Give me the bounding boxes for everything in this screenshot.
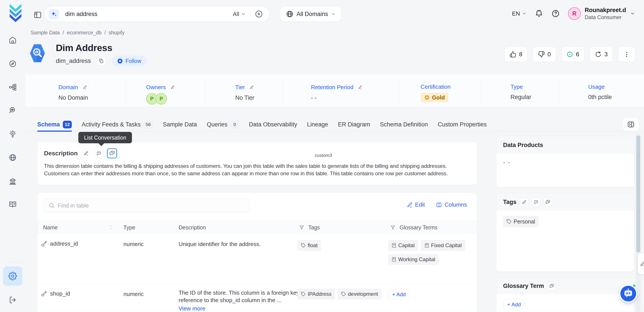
glossary-book-icon bbox=[392, 243, 396, 248]
magnifier-eye-icon[interactable] bbox=[8, 106, 17, 114]
columns-icon bbox=[436, 202, 442, 208]
sort-icon[interactable] bbox=[108, 221, 114, 234]
columns-button[interactable]: Columns bbox=[436, 201, 467, 208]
user-name: Rounakpreet.d bbox=[585, 7, 626, 14]
tags-card: Tags Personal bbox=[496, 193, 634, 272]
find-in-table-input[interactable] bbox=[58, 202, 245, 209]
list-conversation-icon[interactable] bbox=[107, 148, 117, 159]
tab-bar: Schema12 Activity Feeds & Tasks56 Sample… bbox=[25, 117, 644, 132]
atlan-logo-icon[interactable] bbox=[8, 4, 23, 23]
column-name-cell[interactable]: address_id bbox=[41, 240, 78, 247]
freshness-button[interactable]: 6 bbox=[562, 47, 584, 62]
tab-er-diagram[interactable]: ER Diagram bbox=[338, 117, 370, 132]
tab-custom-properties[interactable]: Custom Properties bbox=[438, 117, 487, 132]
description-heading: Description bbox=[44, 150, 78, 157]
all-domains-button[interactable]: All Domains bbox=[280, 6, 341, 22]
sidebar-toggle-icon[interactable] bbox=[33, 10, 42, 20]
owner-avatar[interactable]: P bbox=[156, 93, 167, 104]
glossary-book-icon bbox=[392, 257, 396, 262]
star-badge-icon bbox=[117, 58, 123, 64]
settings-gear-icon[interactable] bbox=[3, 266, 22, 286]
global-search[interactable]: All bbox=[44, 6, 269, 22]
comment-question-icon[interactable] bbox=[532, 198, 540, 206]
tooltip-text: List Conversation bbox=[84, 134, 126, 141]
col-header-description: Description bbox=[178, 221, 206, 234]
meta-value: - - bbox=[311, 94, 399, 101]
global-search-input[interactable] bbox=[65, 11, 233, 18]
tag-pill: Personal bbox=[503, 216, 539, 227]
filter-funnel-icon[interactable] bbox=[299, 221, 304, 234]
tab-schema-definition[interactable]: Schema Definition bbox=[380, 117, 428, 132]
user-menu[interactable]: R Rounakpreet.d Data Consumer bbox=[568, 7, 635, 21]
book-open-icon[interactable] bbox=[8, 200, 17, 209]
comment-question-icon[interactable] bbox=[94, 149, 103, 158]
scrollbar-thumb[interactable] bbox=[636, 135, 640, 252]
conversations-icon[interactable] bbox=[548, 282, 556, 290]
col-header-tags: Tags bbox=[308, 221, 320, 234]
chevron-down-icon bbox=[630, 11, 635, 16]
refresh-count: 3 bbox=[604, 51, 608, 58]
view-more-link[interactable]: View more bbox=[178, 305, 205, 312]
collapse-panel-icon[interactable] bbox=[623, 118, 639, 131]
workflow-icon[interactable] bbox=[8, 83, 17, 91]
breadcrumb: Sample Data / ecommerce_db / shopify bbox=[31, 30, 124, 36]
pencil-icon[interactable] bbox=[356, 83, 364, 91]
tab-lineage[interactable]: Lineage bbox=[307, 117, 328, 132]
description-text: This dimension table contains the billin… bbox=[44, 162, 468, 177]
find-in-table[interactable] bbox=[44, 199, 250, 212]
help-icon[interactable] bbox=[552, 10, 560, 18]
breadcrumb-item[interactable]: ecommerce_db bbox=[67, 30, 102, 36]
search-icon bbox=[48, 202, 55, 209]
home-icon[interactable] bbox=[8, 36, 17, 44]
add-glossary-term-button[interactable]: + Add bbox=[388, 289, 410, 300]
tab-schema[interactable]: Schema12 bbox=[37, 117, 72, 132]
upvote-button[interactable]: 8 bbox=[504, 47, 527, 62]
logout-icon[interactable] bbox=[8, 296, 17, 304]
conversations-icon[interactable] bbox=[544, 198, 552, 206]
search-scope-dropdown[interactable]: All bbox=[233, 11, 246, 18]
pencil-icon[interactable] bbox=[81, 83, 88, 91]
tag-pill: IPAddress bbox=[298, 288, 335, 299]
bank-icon[interactable] bbox=[8, 177, 17, 186]
globe-nav-icon[interactable] bbox=[8, 153, 17, 162]
copy-icon[interactable] bbox=[97, 57, 106, 65]
refresh-icon bbox=[595, 51, 602, 58]
filter-funnel-icon[interactable] bbox=[390, 221, 396, 234]
edit-button[interactable]: Edit bbox=[407, 201, 425, 208]
pencil-icon[interactable] bbox=[82, 149, 90, 158]
pencil-icon[interactable] bbox=[169, 83, 176, 91]
columns-table-card: Edit Columns Name Type Description Tags … bbox=[37, 192, 477, 312]
breadcrumb-item[interactable]: Sample Data bbox=[31, 30, 60, 36]
add-glossary-term-button[interactable]: + Add bbox=[503, 299, 525, 310]
bell-icon[interactable] bbox=[535, 10, 543, 18]
col-header-glossary: Glossary Terms bbox=[400, 221, 438, 234]
downvote-button[interactable]: 0 bbox=[533, 47, 556, 62]
more-actions-button[interactable] bbox=[618, 47, 635, 62]
lightbulb-icon[interactable] bbox=[8, 130, 17, 138]
medal-icon bbox=[424, 95, 430, 100]
pencil-icon[interactable] bbox=[520, 198, 528, 206]
breadcrumb-item[interactable]: shopify bbox=[108, 30, 124, 36]
table-header: Name Type Description Tags Glossary Term… bbox=[38, 221, 477, 234]
pencil-icon[interactable] bbox=[248, 83, 255, 91]
chevron-down-icon bbox=[241, 12, 246, 17]
tab-queries[interactable]: Queries0 bbox=[207, 117, 239, 132]
table-row: address_id numeric Unique identifier for… bbox=[38, 234, 477, 285]
chat-assistant-button[interactable] bbox=[620, 286, 636, 301]
glossary-term-pill: Working Capital bbox=[388, 254, 439, 265]
tab-sample-data[interactable]: Sample Data bbox=[163, 117, 197, 132]
search-scope-label: All bbox=[233, 11, 239, 18]
meta-label: Owners bbox=[146, 84, 166, 91]
column-type: numeric bbox=[124, 241, 144, 248]
tab-data-observability[interactable]: Data Observability bbox=[249, 117, 298, 132]
edge-slideout-handle[interactable] bbox=[638, 253, 644, 274]
language-selector[interactable]: EN bbox=[512, 10, 526, 17]
column-name-cell[interactable]: shop_id bbox=[41, 290, 70, 297]
meta-label: Certification bbox=[420, 83, 450, 90]
tab-activity-feeds[interactable]: Activity Feeds & Tasks56 bbox=[82, 117, 153, 132]
column-type: numeric bbox=[124, 291, 144, 297]
refresh-button[interactable]: 3 bbox=[590, 47, 613, 62]
clear-search-icon[interactable] bbox=[255, 10, 263, 18]
follow-button[interactable]: Follow bbox=[112, 56, 146, 66]
compass-icon[interactable] bbox=[8, 60, 17, 68]
